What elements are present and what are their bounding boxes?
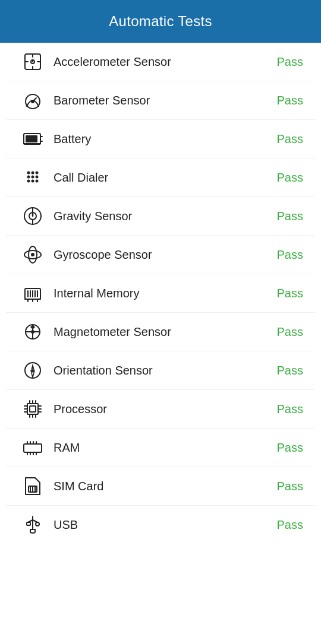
test-name-magnetometer: Magnetometer Sensor	[48, 325, 270, 339]
test-name-battery: Battery	[48, 132, 270, 146]
svg-point-22	[32, 180, 34, 183]
svg-point-30	[31, 253, 34, 256]
test-name-barometer: Barometer Sensor	[48, 94, 270, 107]
test-row-barometer[interactable]: Barometer SensorPass	[6, 81, 315, 120]
svg-rect-13	[26, 135, 37, 142]
magnetometer-icon	[18, 321, 48, 342]
battery-icon	[18, 128, 48, 150]
test-row-processor[interactable]: ProcessorPass	[6, 390, 315, 429]
orientation-icon	[18, 360, 48, 381]
call-dialer-icon	[18, 167, 48, 188]
test-name-internal-memory: Internal Memory	[48, 287, 270, 300]
test-row-internal-memory[interactable]: Internal MemoryPass	[6, 274, 315, 313]
internal-memory-icon	[18, 283, 48, 304]
test-status-usb: Pass	[270, 518, 303, 532]
sim-card-icon	[18, 475, 48, 497]
svg-point-48	[32, 369, 34, 372]
test-list: Accelerometer SensorPass Barometer Senso…	[0, 43, 321, 544]
test-status-accelerometer: Pass	[270, 55, 303, 69]
test-row-call-dialer[interactable]: Call DialerPass	[6, 158, 315, 197]
test-name-gravity: Gravity Sensor	[48, 210, 270, 223]
page-title: Automatic Tests	[109, 13, 212, 29]
test-status-magnetometer: Pass	[270, 325, 303, 339]
header: Automatic Tests	[0, 0, 321, 43]
test-status-gyroscope: Pass	[270, 248, 303, 262]
test-status-sim-card: Pass	[270, 480, 303, 493]
gravity-icon	[18, 205, 48, 227]
svg-point-17	[36, 172, 39, 175]
test-status-gravity: Pass	[270, 210, 303, 223]
test-row-gravity[interactable]: Gravity SensorPass	[6, 197, 315, 236]
accelerometer-icon	[18, 51, 48, 72]
svg-rect-49	[27, 404, 38, 414]
svg-rect-50	[30, 406, 36, 412]
test-name-processor: Processor	[48, 402, 270, 416]
ram-icon	[18, 437, 48, 458]
svg-point-20	[36, 176, 39, 179]
gyroscope-icon	[18, 244, 48, 265]
test-status-internal-memory: Pass	[270, 287, 303, 300]
svg-rect-63	[24, 444, 42, 452]
test-name-ram: RAM	[48, 441, 270, 455]
test-row-battery[interactable]: BatteryPass	[6, 120, 315, 158]
test-name-call-dialer: Call Dialer	[48, 171, 270, 185]
processor-icon	[18, 398, 48, 420]
test-status-processor: Pass	[270, 402, 303, 416]
svg-point-16	[32, 172, 34, 175]
test-row-ram[interactable]: RAMPass	[6, 429, 315, 467]
test-name-sim-card: SIM Card	[48, 480, 270, 493]
svg-point-23	[36, 180, 39, 183]
test-name-usb: USB	[48, 518, 270, 532]
usb-icon	[18, 514, 48, 535]
test-status-orientation: Pass	[270, 364, 303, 377]
test-name-gyroscope: Gyroscope Sensor	[48, 248, 270, 262]
svg-rect-79	[27, 522, 30, 525]
svg-point-18	[27, 176, 30, 179]
test-name-orientation: Orientation Sensor	[48, 364, 270, 377]
svg-point-15	[27, 172, 30, 175]
svg-point-21	[27, 180, 30, 183]
test-status-battery: Pass	[270, 132, 303, 146]
test-status-barometer: Pass	[270, 94, 303, 107]
test-name-accelerometer: Accelerometer Sensor	[48, 55, 270, 69]
test-row-magnetometer[interactable]: Magnetometer SensorPass	[6, 313, 315, 351]
barometer-icon	[18, 90, 48, 111]
svg-point-44	[31, 330, 34, 334]
test-status-ram: Pass	[270, 441, 303, 455]
test-status-call-dialer: Pass	[270, 171, 303, 185]
svg-point-19	[32, 176, 34, 179]
svg-point-80	[36, 522, 39, 526]
test-row-gyroscope[interactable]: Gyroscope SensorPass	[6, 236, 315, 274]
test-row-usb[interactable]: USBPass	[6, 506, 315, 544]
test-row-accelerometer[interactable]: Accelerometer SensorPass	[6, 43, 315, 81]
test-row-sim-card[interactable]: SIM CardPass	[6, 467, 315, 506]
test-row-orientation[interactable]: Orientation SensorPass	[6, 351, 315, 390]
